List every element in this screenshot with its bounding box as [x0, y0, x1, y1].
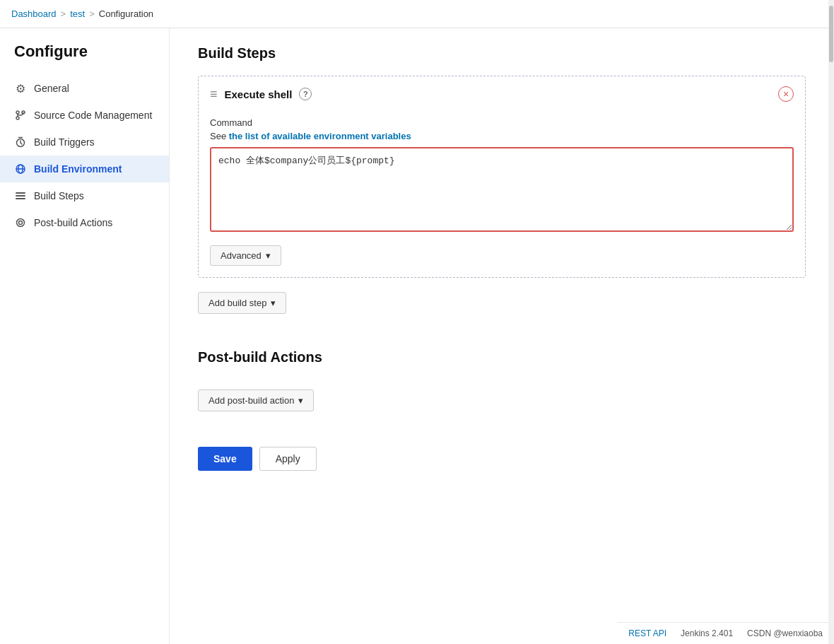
globe-icon [14, 163, 27, 175]
rest-api-link[interactable]: REST API [628, 628, 666, 638]
env-link-text: See the list of available environment va… [210, 131, 794, 141]
gear-icon: ⚙ [14, 82, 27, 95]
sidebar-item-post-build[interactable]: Post-build Actions [0, 209, 169, 236]
main-content: Build Steps ≡ Execute shell ? × Command … [170, 28, 834, 644]
add-build-step-button[interactable]: Add build step ▾ [198, 292, 286, 314]
page-layout: Configure ⚙ General Source Code Manageme… [0, 28, 834, 644]
sidebar-item-build-triggers[interactable]: Build Triggers [0, 129, 169, 156]
scrollbar[interactable] [828, 0, 834, 644]
apply-button[interactable]: Apply [259, 447, 317, 471]
sidebar-item-build-environment[interactable]: Build Environment [0, 156, 169, 182]
sidebar-label-post-build: Post-build Actions [34, 217, 112, 228]
sidebar-item-build-steps[interactable]: Build Steps [0, 182, 169, 209]
add-post-build-action-button[interactable]: Add post-build action ▾ [198, 390, 314, 411]
branch-icon [14, 109, 27, 122]
svg-point-10 [19, 221, 23, 225]
svg-rect-8 [16, 198, 25, 199]
post-build-title: Post-build Actions [198, 349, 806, 365]
build-steps-section: Build Steps ≡ Execute shell ? × Command … [198, 45, 806, 342]
sidebar-label-build-environment: Build Environment [34, 163, 122, 175]
advanced-chevron-icon: ▾ [266, 250, 271, 261]
save-button[interactable]: Save [198, 447, 252, 471]
action-bar: Save Apply [198, 447, 806, 492]
sidebar-label-build-triggers: Build Triggers [34, 136, 95, 148]
command-textarea[interactable] [210, 147, 794, 232]
post-build-section: Post-build Actions Add post-build action… [198, 349, 806, 440]
svg-rect-7 [16, 195, 25, 197]
breadcrumb-sep2: > [89, 8, 95, 19]
sidebar-item-source-code[interactable]: Source Code Management [0, 102, 169, 129]
command-label: Command [210, 117, 794, 128]
sidebar-item-general[interactable]: ⚙ General [0, 75, 169, 102]
jenkins-version: Jenkins 2.401 [681, 628, 733, 638]
postbuild-icon [14, 216, 27, 229]
build-step-header: ≡ Execute shell ? × [199, 76, 805, 109]
breadcrumb: Dashboard > test > Configuration [0, 0, 834, 28]
close-button[interactable]: × [778, 86, 794, 102]
sidebar-label-source-code: Source Code Management [34, 110, 152, 121]
sidebar: Configure ⚙ General Source Code Manageme… [0, 28, 170, 644]
csdn-attribution: CSDN @wenxiaoba [747, 628, 823, 638]
advanced-label: Advanced [221, 250, 262, 261]
execute-shell-title: Execute shell [225, 88, 293, 100]
svg-point-1 [16, 117, 19, 119]
footer: REST API Jenkins 2.401 CSDN @wenxiaoba [617, 622, 834, 644]
scrollbar-thumb[interactable] [829, 6, 833, 62]
svg-rect-6 [16, 192, 25, 194]
list-icon [14, 189, 27, 202]
add-step-label: Add build step [208, 298, 266, 308]
breadcrumb-sep1: > [61, 8, 66, 19]
env-variables-link[interactable]: the list of available environment variab… [229, 131, 411, 141]
help-icon[interactable]: ? [299, 88, 312, 100]
svg-point-9 [17, 219, 25, 227]
svg-point-0 [16, 111, 19, 114]
sidebar-title: Configure [0, 42, 169, 75]
breadcrumb-dashboard[interactable]: Dashboard [11, 8, 57, 19]
sidebar-label-general: General [34, 83, 69, 94]
clock-icon [14, 136, 27, 148]
advanced-button[interactable]: Advanced ▾ [210, 245, 281, 266]
breadcrumb-test[interactable]: test [70, 8, 85, 19]
add-postbuild-chevron-icon: ▾ [298, 395, 303, 406]
add-postbuild-label: Add post-build action [208, 395, 294, 406]
step-body: Command See the list of available enviro… [199, 109, 805, 277]
add-step-chevron-icon: ▾ [271, 298, 276, 308]
sidebar-label-build-steps: Build Steps [34, 190, 84, 201]
execute-shell-card: ≡ Execute shell ? × Command See the list… [198, 76, 806, 278]
build-steps-title: Build Steps [198, 45, 806, 62]
breadcrumb-current: Configuration [99, 8, 153, 19]
drag-handle-icon[interactable]: ≡ [210, 87, 218, 102]
